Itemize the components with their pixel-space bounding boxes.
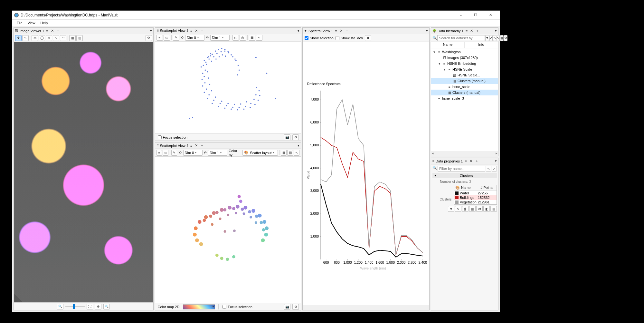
zoom-fit-button[interactable]: ⛶ (87, 304, 93, 309)
s4-cmap-select[interactable]: ▾ (183, 304, 215, 309)
spectral-scrollbar[interactable] (303, 305, 429, 310)
tree-row-root[interactable]: ▾≡Washington (431, 49, 498, 55)
scatter4-dropdown-icon[interactable]: ▾ (298, 143, 299, 148)
grid2-button[interactable]: ▥ (76, 35, 83, 41)
prop-grid-button[interactable]: ▦ (469, 206, 476, 212)
cluster-row[interactable]: Water27255 (454, 191, 497, 195)
s4-tool1[interactable]: ≡ (156, 150, 162, 156)
grid-button[interactable]: ▦ (69, 35, 76, 41)
play-button[interactable]: ▷ (53, 35, 59, 41)
show-selection-checkbox[interactable]: Show selection (304, 36, 334, 40)
s1-grid-button[interactable]: ▦ (249, 35, 255, 41)
image-settings-button[interactable]: ⚙ (146, 35, 152, 41)
tree-hscroll[interactable]: ◂▸ (431, 151, 498, 156)
s4-focus-checkbox[interactable]: Focus selection (222, 305, 253, 309)
lasso-button[interactable]: ◠ (60, 35, 66, 41)
tree-row-hsne3[interactable]: ≡hsne_scale_3 (431, 95, 498, 101)
scatter1-canvas[interactable] (155, 42, 301, 133)
hierarchy-close-icon[interactable]: ✕ (469, 29, 474, 33)
collapse-button[interactable]: ⤡ (493, 35, 496, 41)
scatter4-canvas[interactable] (155, 157, 301, 303)
pointer-button[interactable]: ↖ (497, 35, 500, 41)
tree-row-hsne[interactable]: ▾≡HSNE Embedding (431, 61, 498, 66)
scatter4-close-icon[interactable]: ✕ (194, 143, 198, 148)
s1-camera-button[interactable]: 📷 (284, 134, 290, 140)
scatter4-add-icon[interactable]: ＋ (200, 143, 204, 148)
show-std-checkbox[interactable]: Show std. dev. (335, 36, 364, 40)
scatter1-add-icon[interactable]: ＋ (200, 28, 204, 33)
scatter1-close-icon[interactable]: ✕ (194, 29, 198, 33)
filter-button[interactable]: ▼ (485, 35, 489, 41)
s1-circle-button[interactable]: ◎ (240, 35, 246, 41)
col-name[interactable]: Name (431, 42, 465, 48)
image-viewer-dropdown-icon[interactable]: ▾ (150, 29, 152, 33)
scatter1-menu-icon[interactable]: ≡ (190, 29, 193, 33)
s4-camera-button[interactable]: 📷 (284, 304, 290, 310)
properties-add-icon[interactable]: ＋ (474, 159, 479, 163)
spectral-add-icon[interactable]: ＋ (345, 28, 349, 33)
zoom-plus-button[interactable]: ⊕ (95, 304, 101, 309)
spectral-close-icon[interactable]: ✕ (339, 29, 343, 33)
spectral-menu-icon[interactable]: ≡ (334, 29, 337, 33)
image-viewer-canvas[interactable] (14, 42, 153, 302)
tree-row-clusters1[interactable]: ▦Clusters (manual) (431, 78, 498, 84)
cluster-hdr-points[interactable]: # Points (479, 185, 497, 191)
s4-tool2[interactable]: ▭ (163, 150, 168, 156)
hierarchy-search-input[interactable] (437, 35, 485, 41)
s1-tag-button[interactable]: 🏷 (232, 35, 239, 41)
prop-target-button[interactable]: ▤ (490, 206, 497, 212)
s1-x-select[interactable]: Dim 0▾ (185, 35, 204, 41)
minimize-button[interactable]: − (453, 11, 468, 20)
pan-tool-button[interactable]: ✥ (15, 35, 22, 41)
s1-tool1[interactable]: ≡ (156, 35, 163, 41)
zoom-slider[interactable] (65, 306, 85, 307)
spectral-dropdown-icon[interactable]: ▾ (426, 29, 428, 33)
grid-button[interactable]: ▦ (500, 35, 504, 41)
s1-settings-button[interactable]: ⚙ (292, 134, 299, 140)
s4-grid1-button[interactable]: ▦ (281, 150, 287, 156)
image-viewer-add-icon[interactable]: ＋ (56, 28, 61, 33)
cluster-row[interactable]: Vegetation212961 (454, 200, 497, 204)
scatter4-menu-icon[interactable]: ≡ (190, 144, 193, 148)
s4-settings-button[interactable]: ⚙ (292, 304, 299, 310)
tree-row-hsne-scale[interactable]: ≡hsne_scale (431, 84, 498, 90)
s1-focus-checkbox[interactable]: Focus selection (157, 135, 188, 139)
tree-row-scale[interactable]: ▾≡HSNE Scale (431, 66, 498, 72)
menu-view[interactable]: View (25, 20, 38, 25)
cluster-row[interactable]: Buildings152532 (454, 195, 497, 200)
properties-close-icon[interactable]: ✕ (469, 159, 473, 163)
tree-row-clusters2[interactable]: ▦Clusters (manual) (431, 90, 498, 95)
filter-expand-button[interactable]: ⤢ (492, 166, 497, 171)
zoom-reset-button[interactable]: 🔍 (103, 304, 110, 309)
hierarchy-menu-icon[interactable]: ≡ (465, 29, 468, 33)
tree-row-scale-img[interactable]: 🖼HSNE Scale... (431, 72, 498, 78)
s4-colorby-select[interactable]: 🎨Scatter layout▾ (242, 150, 278, 156)
cluster-hdr-name[interactable]: Name (460, 185, 479, 191)
prop-filter-button[interactable]: ▼ (448, 206, 454, 212)
col-info[interactable]: Info (465, 42, 498, 48)
properties-filter-input[interactable] (438, 166, 485, 171)
properties-dropdown-icon[interactable]: ▾ (495, 159, 497, 163)
spectral-pause-button[interactable]: ⏸ (365, 35, 371, 41)
poly-select-button[interactable]: ▱ (46, 35, 52, 41)
prop-tag-button[interactable]: 🏷 (476, 206, 483, 212)
menu-file[interactable]: File (14, 20, 25, 25)
expand-button[interactable]: ⤢ (489, 35, 493, 41)
hierarchy-add-icon[interactable]: ＋ (475, 28, 480, 33)
s1-brush[interactable]: ✎ (173, 35, 179, 41)
data-tree[interactable]: ▾≡Washington 🖼Images (307x1280) ▾≡HSNE E… (431, 48, 498, 151)
close-button[interactable]: ✕ (483, 11, 498, 20)
tree-row-images[interactable]: 🖼Images (307x1280) (431, 55, 498, 61)
zoom-out-button[interactable]: 🔍 (57, 304, 63, 309)
filter-collapse-button[interactable]: ⤡ (486, 166, 491, 171)
menu-help[interactable]: Help (38, 20, 50, 25)
ellipse-select-button[interactable]: ◯ (39, 35, 45, 41)
s1-arrow-button[interactable]: ↖ (256, 35, 262, 41)
s4-arrow-button[interactable]: ↖ (294, 150, 299, 156)
s4-y-select[interactable]: Dim 1▾ (208, 150, 227, 156)
spectral-chart[interactable]: Reflectance SpectrumValueWavelength (nm)… (303, 42, 429, 305)
hierarchy-dropdown-icon[interactable]: ▾ (495, 29, 497, 33)
properties-menu-icon[interactable]: ≡ (464, 159, 467, 163)
settings-button[interactable]: ⚙ (504, 35, 507, 41)
s4-grid2-button[interactable]: ▥ (287, 150, 293, 156)
